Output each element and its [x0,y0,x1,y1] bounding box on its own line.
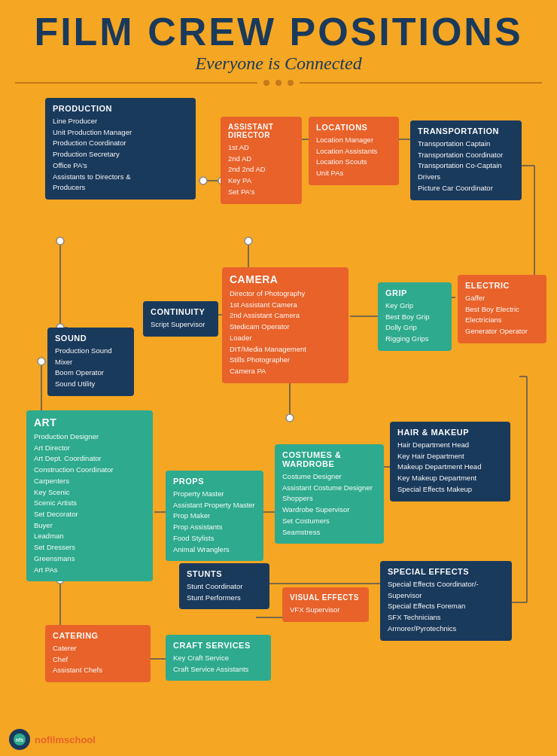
svg-point-38 [245,237,252,245]
visual-effects-list: VFX Supervisor [290,605,361,616]
special-effects-list: Special Effects Coordinator/- Supervisor… [388,579,504,635]
sound-card: SOUND Production Sound Mixer Boom Operat… [47,328,134,396]
art-list: Production Designer Art Director Art Dep… [34,431,145,575]
assistant-director-list: 1st AD 2nd AD 2nd 2nd AD Key PA Set PA's [228,142,294,198]
logo-highlight: film [47,734,64,745]
visual-effects-card: VISUAL EFFECTS VFX Supervisor [282,587,369,622]
svg-point-28 [199,177,207,184]
assistant-director-card: ASSISTANT DIRECTOR 1st AD 2nd AD 2nd 2nd… [221,117,302,204]
props-list: Property Master Assistant Property Maste… [173,489,256,555]
main-title: FILM CREW POSITIONS [0,0,557,53]
art-card: ART Production Designer Art Director Art… [26,410,153,581]
catering-card: CATERING Caterer Chef Assistant Chefs [45,625,151,682]
continuity-list: Script Supervisor [151,319,211,331]
grip-title: GRIP [385,288,444,297]
art-title: ART [34,416,145,428]
sound-list: Production Sound Mixer Boom Operator Sou… [55,346,126,390]
locations-card: LOCATIONS Location Manager Location Assi… [309,117,399,185]
stunts-title: STUNTS [187,569,262,578]
logo-icon: nfs [9,729,30,750]
catering-title: CATERING [53,631,143,640]
production-title: PRODUCTION [53,104,188,113]
subtitle: Everyone is Connected [0,53,557,74]
electric-title: ELECTRIC [465,281,539,290]
camera-title: CAMERA [230,273,341,285]
production-card: PRODUCTION Line Producer Unit Production… [45,98,196,200]
hair-makeup-list: Hair Department Head Key Hair Department… [397,440,503,495]
props-title: PROPS [173,477,256,486]
logo-area: nfs nofilmschool [9,729,96,750]
craft-services-list: Key Craft Service Craft Service Assistan… [173,653,263,675]
hair-makeup-title: HAIR & MAKEUP [397,428,503,437]
special-effects-card: SPECIAL EFFECTS Special Effects Coordina… [380,561,512,641]
svg-point-32 [38,358,45,365]
production-list: Line Producer Unit Production Manager Pr… [53,116,188,194]
sound-title: SOUND [55,334,126,343]
costumes-card: COSTUMES & WARDROBE Costume Designer Ass… [275,444,384,544]
costumes-list: Costume Designer Assistant Costume Desig… [282,471,376,538]
continuity-title: CONTINUITY [151,307,211,316]
props-card: PROPS Property Master Assistant Property… [166,471,263,561]
camera-card: CAMERA Director of Photography 1st Assis… [222,267,349,383]
svg-text:nfs: nfs [16,737,24,742]
continuity-card: CONTINUITY Script Supervisor [143,301,218,337]
hair-makeup-card: HAIR & MAKEUP Hair Department Head Key H… [390,422,510,501]
electric-card: ELECTRIC Gaffer Best Boy Electric Electr… [458,275,546,343]
logo-text: nofilmschool [35,734,96,745]
catering-list: Caterer Chef Assistant Chefs [53,643,143,676]
grip-card: GRIP Key Grip Best Boy Grip Dolly Grip R… [378,282,452,351]
locations-title: LOCATIONS [316,123,391,132]
assistant-director-title: ASSISTANT DIRECTOR [228,123,294,139]
transportation-card: TRANSPORTATION Transportation Captain Tr… [410,120,522,200]
craft-services-card: CRAFT SERVICES Key Craft Service Craft S… [166,635,271,681]
transportation-title: TRANSPORTATION [418,127,514,136]
svg-point-37 [286,414,294,422]
grip-list: Key Grip Best Boy Grip Dolly Grip Riggin… [385,300,444,345]
transportation-list: Transportation Captain Transportation Co… [418,139,514,194]
costumes-title: COSTUMES & WARDROBE [282,450,376,468]
camera-list: Director of Photography 1st Assistant Ca… [230,288,341,377]
special-effects-title: SPECIAL EFFECTS [388,567,504,576]
electric-list: Gaffer Best Boy Electric Electricians Ge… [465,293,539,337]
stunts-list: Stunt Coordinator Stunt Performers [187,581,262,603]
svg-point-30 [56,237,64,245]
craft-services-title: CRAFT SERVICES [173,641,263,650]
stunts-card: STUNTS Stunt Coordinator Stunt Performer… [179,563,269,609]
visual-effects-title: VISUAL EFFECTS [290,593,361,602]
locations-list: Location Manager Location Assistants Loc… [316,135,391,179]
